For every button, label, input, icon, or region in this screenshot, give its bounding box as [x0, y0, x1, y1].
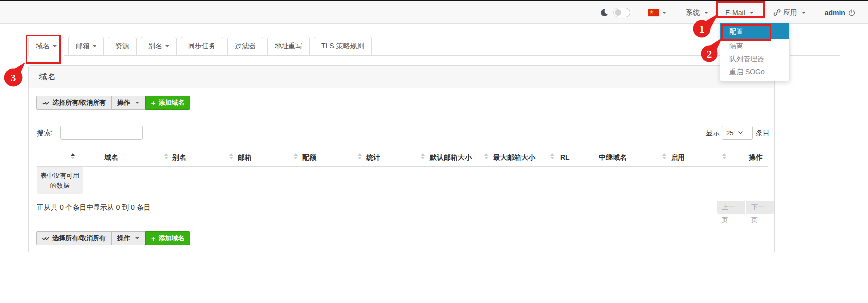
tab-tls-policy[interactable]: TLS 策略规则 [314, 37, 372, 56]
add-domain-button[interactable]: + 添加域名 [145, 231, 191, 245]
annotation-number: 3 [11, 72, 16, 84]
menu-item-quarantine[interactable]: 隔离 [720, 39, 789, 52]
tab-label: 邮箱 [76, 42, 90, 51]
caret-down-icon [93, 45, 96, 47]
sort-control[interactable] [484, 153, 489, 159]
pagination: 上一页 下一页 [717, 201, 774, 214]
column-header-stats[interactable]: 统计 [366, 149, 380, 166]
annotation-box-config-item [721, 24, 771, 41]
plus-icon: + [151, 234, 156, 243]
tab-address-rewriting[interactable]: 地址重写 [267, 37, 310, 56]
menu-item-restart-sogo[interactable]: 重启 SOGo [720, 65, 789, 78]
select-all-button[interactable]: 选择所有/取消所有 [36, 231, 111, 245]
caret-down-icon [802, 12, 806, 14]
tab-filters[interactable]: 过滤器 [227, 37, 263, 56]
tab-mailboxes[interactable]: 邮箱 [68, 37, 104, 56]
sort-control[interactable] [550, 153, 555, 159]
search-label: 搜索: [37, 126, 53, 140]
page-length-value: 25 [726, 129, 733, 137]
plus-icon: + [151, 99, 156, 107]
toolbar-bottom: 选择所有/取消所有 操作 + 添加域名 [36, 231, 190, 245]
dark-mode-moon-icon [599, 8, 609, 18]
column-header-mailboxes[interactable]: 邮箱 [238, 149, 252, 166]
sort-control[interactable] [421, 153, 426, 159]
column-header-domain[interactable]: 域名 [104, 149, 118, 166]
add-domain-button[interactable]: + 添加域名 [145, 96, 191, 110]
window-right-edge [867, 0, 867, 303]
actions-label: 操作 [117, 98, 130, 107]
select-all-button[interactable]: 选择所有/取消所有 [36, 96, 111, 110]
column-header-aliases[interactable]: 别名 [172, 149, 186, 166]
search-input[interactable] [60, 126, 143, 140]
add-domain-label: 添加域名 [158, 234, 184, 243]
sort-control[interactable] [229, 153, 234, 159]
table-header-border [37, 166, 768, 167]
next-page-button[interactable]: 下一页 [746, 201, 774, 214]
actions-dropdown-button[interactable]: 操作 [111, 96, 145, 110]
tab-label: 过滤器 [235, 42, 256, 51]
add-domain-label: 添加域名 [158, 98, 184, 107]
annotation-2: 2 [701, 38, 723, 62]
flag-star: ★ [649, 9, 654, 16]
nav-user[interactable]: admin [825, 9, 856, 17]
tab-label: TLS 策略规则 [321, 42, 364, 51]
page-length-select[interactable]: 25 [722, 126, 753, 140]
page-length-suffix: 条目 [756, 126, 770, 140]
dark-mode-toggle[interactable] [613, 8, 630, 17]
caret-down-icon [704, 12, 708, 14]
caret-down-icon [165, 45, 169, 47]
menu-item-queue-manager[interactable]: 队列管理器 [720, 52, 789, 65]
column-header-def-mbox-size[interactable]: 默认邮箱大小 [430, 149, 472, 166]
table-empty-message: 表中没有可用的数据 [37, 167, 83, 194]
tab-label: 别名 [148, 42, 162, 51]
nav-menu-apps[interactable]: 应用 [773, 8, 806, 17]
toggle-knob [615, 9, 621, 16]
annotation-number: 2 [707, 48, 712, 60]
nav-menu-system[interactable]: 系统 [686, 8, 708, 17]
actions-label: 操作 [117, 234, 130, 243]
tab-aliases[interactable]: 别名 [141, 37, 177, 56]
column-header-enabled[interactable]: 启用 [671, 149, 685, 166]
sort-control[interactable] [358, 153, 363, 159]
check-double-icon [42, 100, 49, 105]
tab-label: 同步任务 [188, 42, 216, 51]
previous-page-button[interactable]: 上一页 [717, 201, 745, 214]
column-header-max-mbox-size[interactable]: 最大邮箱大小 [493, 149, 535, 166]
sort-control[interactable] [662, 153, 667, 159]
language-flag-cn[interactable]: ★ [648, 9, 659, 16]
language-caret-icon[interactable] [662, 12, 666, 14]
annotation-box-email-menu [716, 1, 765, 18]
caret-down-icon [135, 102, 139, 104]
sort-control[interactable] [294, 153, 299, 159]
select-all-label: 选择所有/取消所有 [52, 234, 106, 243]
annotation-box-domain-tab [26, 35, 61, 64]
tab-sync-jobs[interactable]: 同步任务 [181, 37, 223, 56]
column-header-relay-domain[interactable]: 中继域名 [599, 149, 627, 166]
link-icon [773, 9, 781, 16]
tab-label: 资源 [115, 42, 129, 51]
sort-control[interactable] [722, 153, 727, 159]
chevron-down-icon [738, 131, 743, 134]
panel-title: 域名 [39, 66, 56, 88]
table-info-text: 正从共 0 个条目中显示从 0 到 0 条目 [37, 201, 151, 214]
nav-system-label: 系统 [686, 8, 700, 17]
caret-down-icon [135, 237, 139, 239]
column-header-quota[interactable]: 配额 [302, 149, 316, 166]
annotation-3: 3 [4, 62, 26, 87]
annotation-number: 1 [699, 23, 705, 35]
tabbar: 域名 邮箱 资源 别名 同步任务 过滤器 地址重写 TLS 策略规则 [28, 37, 372, 56]
column-header-actions: 操作 [749, 149, 763, 166]
sort-control[interactable] [164, 153, 169, 159]
power-logout-icon[interactable] [848, 9, 856, 17]
toolbar-top: 选择所有/取消所有 操作 + 添加域名 [36, 96, 190, 110]
column-header-rl: RL [560, 149, 570, 166]
check-double-icon [42, 236, 49, 241]
actions-dropdown-button[interactable]: 操作 [111, 231, 145, 245]
nav-apps-label: 应用 [783, 8, 797, 17]
page-length-prefix: 显示 [706, 126, 720, 140]
tab-resources[interactable]: 资源 [108, 37, 137, 56]
panel-heading: 域名 [29, 66, 774, 88]
username-label: admin [825, 9, 845, 17]
sort-control[interactable] [71, 153, 76, 159]
tab-label: 地址重写 [275, 42, 302, 51]
